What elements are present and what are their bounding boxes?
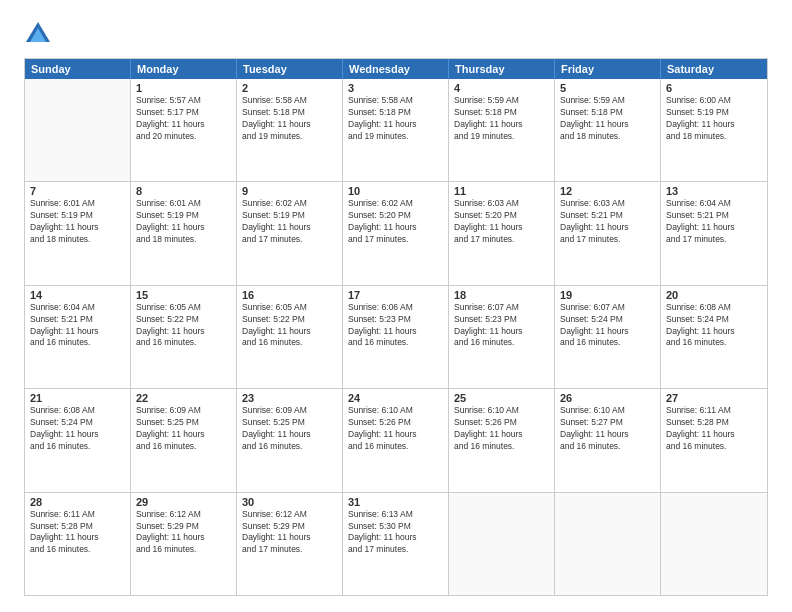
day-number: 18 <box>454 289 549 301</box>
day-number: 4 <box>454 82 549 94</box>
day-number: 10 <box>348 185 443 197</box>
header-day-tuesday: Tuesday <box>237 59 343 79</box>
day-info: Sunrise: 6:09 AM Sunset: 5:25 PM Dayligh… <box>242 405 337 453</box>
header-day-wednesday: Wednesday <box>343 59 449 79</box>
day-30: 30Sunrise: 6:12 AM Sunset: 5:29 PM Dayli… <box>237 493 343 595</box>
day-number: 21 <box>30 392 125 404</box>
day-info: Sunrise: 6:10 AM Sunset: 5:27 PM Dayligh… <box>560 405 655 453</box>
day-24: 24Sunrise: 6:10 AM Sunset: 5:26 PM Dayli… <box>343 389 449 491</box>
day-info: Sunrise: 5:58 AM Sunset: 5:18 PM Dayligh… <box>348 95 443 143</box>
logo <box>24 20 56 48</box>
day-info: Sunrise: 5:59 AM Sunset: 5:18 PM Dayligh… <box>454 95 549 143</box>
day-number: 31 <box>348 496 443 508</box>
day-number: 23 <box>242 392 337 404</box>
day-22: 22Sunrise: 6:09 AM Sunset: 5:25 PM Dayli… <box>131 389 237 491</box>
day-9: 9Sunrise: 6:02 AM Sunset: 5:19 PM Daylig… <box>237 182 343 284</box>
day-info: Sunrise: 6:00 AM Sunset: 5:19 PM Dayligh… <box>666 95 762 143</box>
day-number: 17 <box>348 289 443 301</box>
day-info: Sunrise: 6:10 AM Sunset: 5:26 PM Dayligh… <box>454 405 549 453</box>
day-26: 26Sunrise: 6:10 AM Sunset: 5:27 PM Dayli… <box>555 389 661 491</box>
day-info: Sunrise: 6:03 AM Sunset: 5:20 PM Dayligh… <box>454 198 549 246</box>
day-info: Sunrise: 6:08 AM Sunset: 5:24 PM Dayligh… <box>666 302 762 350</box>
day-number: 24 <box>348 392 443 404</box>
day-12: 12Sunrise: 6:03 AM Sunset: 5:21 PM Dayli… <box>555 182 661 284</box>
empty-cell <box>449 493 555 595</box>
day-11: 11Sunrise: 6:03 AM Sunset: 5:20 PM Dayli… <box>449 182 555 284</box>
day-info: Sunrise: 6:02 AM Sunset: 5:19 PM Dayligh… <box>242 198 337 246</box>
header-day-sunday: Sunday <box>25 59 131 79</box>
day-16: 16Sunrise: 6:05 AM Sunset: 5:22 PM Dayli… <box>237 286 343 388</box>
day-info: Sunrise: 6:03 AM Sunset: 5:21 PM Dayligh… <box>560 198 655 246</box>
calendar-week-2: 7Sunrise: 6:01 AM Sunset: 5:19 PM Daylig… <box>25 181 767 284</box>
day-1: 1Sunrise: 5:57 AM Sunset: 5:17 PM Daylig… <box>131 79 237 181</box>
day-info: Sunrise: 6:01 AM Sunset: 5:19 PM Dayligh… <box>30 198 125 246</box>
day-3: 3Sunrise: 5:58 AM Sunset: 5:18 PM Daylig… <box>343 79 449 181</box>
calendar-body: 1Sunrise: 5:57 AM Sunset: 5:17 PM Daylig… <box>25 79 767 595</box>
day-info: Sunrise: 6:05 AM Sunset: 5:22 PM Dayligh… <box>136 302 231 350</box>
day-number: 1 <box>136 82 231 94</box>
day-21: 21Sunrise: 6:08 AM Sunset: 5:24 PM Dayli… <box>25 389 131 491</box>
day-number: 6 <box>666 82 762 94</box>
day-17: 17Sunrise: 6:06 AM Sunset: 5:23 PM Dayli… <box>343 286 449 388</box>
day-20: 20Sunrise: 6:08 AM Sunset: 5:24 PM Dayli… <box>661 286 767 388</box>
header-day-thursday: Thursday <box>449 59 555 79</box>
day-number: 20 <box>666 289 762 301</box>
day-info: Sunrise: 6:06 AM Sunset: 5:23 PM Dayligh… <box>348 302 443 350</box>
day-23: 23Sunrise: 6:09 AM Sunset: 5:25 PM Dayli… <box>237 389 343 491</box>
day-number: 7 <box>30 185 125 197</box>
day-info: Sunrise: 6:09 AM Sunset: 5:25 PM Dayligh… <box>136 405 231 453</box>
day-info: Sunrise: 6:07 AM Sunset: 5:24 PM Dayligh… <box>560 302 655 350</box>
day-number: 2 <box>242 82 337 94</box>
day-info: Sunrise: 6:02 AM Sunset: 5:20 PM Dayligh… <box>348 198 443 246</box>
day-10: 10Sunrise: 6:02 AM Sunset: 5:20 PM Dayli… <box>343 182 449 284</box>
day-info: Sunrise: 6:11 AM Sunset: 5:28 PM Dayligh… <box>666 405 762 453</box>
day-info: Sunrise: 5:58 AM Sunset: 5:18 PM Dayligh… <box>242 95 337 143</box>
day-number: 15 <box>136 289 231 301</box>
calendar-week-3: 14Sunrise: 6:04 AM Sunset: 5:21 PM Dayli… <box>25 285 767 388</box>
day-number: 19 <box>560 289 655 301</box>
day-info: Sunrise: 6:13 AM Sunset: 5:30 PM Dayligh… <box>348 509 443 557</box>
day-info: Sunrise: 6:01 AM Sunset: 5:19 PM Dayligh… <box>136 198 231 246</box>
day-number: 9 <box>242 185 337 197</box>
day-number: 27 <box>666 392 762 404</box>
day-27: 27Sunrise: 6:11 AM Sunset: 5:28 PM Dayli… <box>661 389 767 491</box>
day-29: 29Sunrise: 6:12 AM Sunset: 5:29 PM Dayli… <box>131 493 237 595</box>
day-19: 19Sunrise: 6:07 AM Sunset: 5:24 PM Dayli… <box>555 286 661 388</box>
day-number: 22 <box>136 392 231 404</box>
day-number: 28 <box>30 496 125 508</box>
day-5: 5Sunrise: 5:59 AM Sunset: 5:18 PM Daylig… <box>555 79 661 181</box>
empty-cell <box>661 493 767 595</box>
day-4: 4Sunrise: 5:59 AM Sunset: 5:18 PM Daylig… <box>449 79 555 181</box>
day-number: 30 <box>242 496 337 508</box>
day-info: Sunrise: 5:57 AM Sunset: 5:17 PM Dayligh… <box>136 95 231 143</box>
day-info: Sunrise: 6:05 AM Sunset: 5:22 PM Dayligh… <box>242 302 337 350</box>
page: SundayMondayTuesdayWednesdayThursdayFrid… <box>0 0 792 612</box>
day-number: 11 <box>454 185 549 197</box>
day-number: 8 <box>136 185 231 197</box>
day-number: 16 <box>242 289 337 301</box>
day-info: Sunrise: 6:08 AM Sunset: 5:24 PM Dayligh… <box>30 405 125 453</box>
day-7: 7Sunrise: 6:01 AM Sunset: 5:19 PM Daylig… <box>25 182 131 284</box>
day-6: 6Sunrise: 6:00 AM Sunset: 5:19 PM Daylig… <box>661 79 767 181</box>
day-number: 13 <box>666 185 762 197</box>
day-info: Sunrise: 6:10 AM Sunset: 5:26 PM Dayligh… <box>348 405 443 453</box>
calendar-header: SundayMondayTuesdayWednesdayThursdayFrid… <box>25 59 767 79</box>
day-number: 26 <box>560 392 655 404</box>
day-info: Sunrise: 6:11 AM Sunset: 5:28 PM Dayligh… <box>30 509 125 557</box>
day-number: 3 <box>348 82 443 94</box>
calendar-week-1: 1Sunrise: 5:57 AM Sunset: 5:17 PM Daylig… <box>25 79 767 181</box>
header-day-friday: Friday <box>555 59 661 79</box>
day-number: 25 <box>454 392 549 404</box>
calendar-week-4: 21Sunrise: 6:08 AM Sunset: 5:24 PM Dayli… <box>25 388 767 491</box>
day-25: 25Sunrise: 6:10 AM Sunset: 5:26 PM Dayli… <box>449 389 555 491</box>
day-info: Sunrise: 6:04 AM Sunset: 5:21 PM Dayligh… <box>666 198 762 246</box>
day-info: Sunrise: 6:12 AM Sunset: 5:29 PM Dayligh… <box>136 509 231 557</box>
day-number: 29 <box>136 496 231 508</box>
logo-icon <box>24 20 52 48</box>
day-31: 31Sunrise: 6:13 AM Sunset: 5:30 PM Dayli… <box>343 493 449 595</box>
day-number: 5 <box>560 82 655 94</box>
day-13: 13Sunrise: 6:04 AM Sunset: 5:21 PM Dayli… <box>661 182 767 284</box>
day-number: 14 <box>30 289 125 301</box>
empty-cell <box>25 79 131 181</box>
day-info: Sunrise: 6:07 AM Sunset: 5:23 PM Dayligh… <box>454 302 549 350</box>
